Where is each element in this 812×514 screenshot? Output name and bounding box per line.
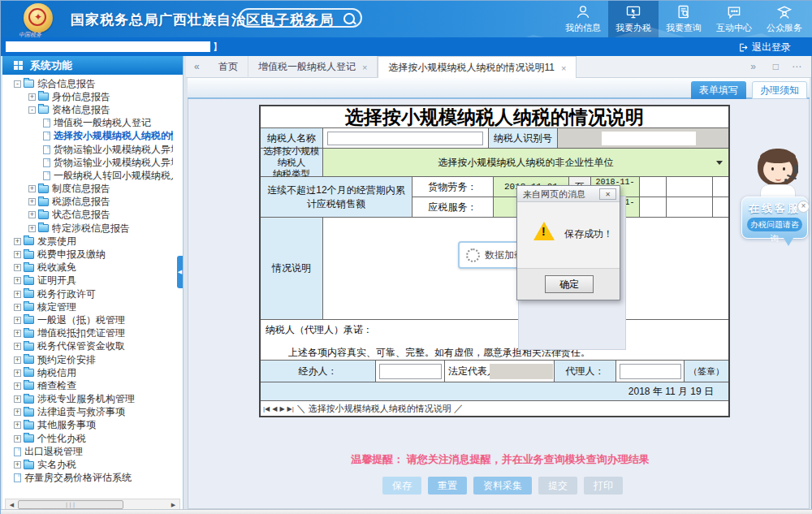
nav-item-graduate[interactable]: 公众服务: [759, 1, 810, 37]
tree-item[interactable]: +证明开具: [2, 274, 173, 287]
tree-item[interactable]: +状态信息报告: [2, 209, 173, 222]
tree-item-label[interactable]: 其他服务事项: [37, 418, 96, 432]
sheet-next-button[interactable]: ▶: [279, 405, 284, 412]
tree-item[interactable]: 选择按小规模纳税人纳税的情况说明: [2, 130, 173, 143]
dialog-ok-button[interactable]: 确定: [545, 275, 594, 293]
tree-item-label[interactable]: 税收减免: [37, 261, 76, 274]
sheet-first-button[interactable]: |◀: [263, 405, 270, 412]
logout-button[interactable]: 退出登录: [738, 41, 791, 54]
nav-item-user[interactable]: 我的信息: [558, 1, 608, 37]
document-tab[interactable]: 增值税一般纳税人登记×: [248, 56, 378, 78]
tree-item[interactable]: +身份信息报告: [2, 90, 173, 103]
tree-item[interactable]: 一般纳税人转回小规模纳税人: [2, 169, 173, 182]
tree-item[interactable]: 增值税一般纳税人登记: [2, 117, 173, 130]
expand-box-icon[interactable]: +: [14, 277, 21, 284]
tree-item[interactable]: -资格信息报告: [2, 103, 173, 116]
expand-box-icon[interactable]: +: [28, 211, 36, 218]
service-agent-avatar[interactable]: [749, 147, 808, 199]
expand-box-icon[interactable]: +: [14, 461, 21, 469]
tree-item[interactable]: 货物运输业小规模纳税人异地代开增值税: [2, 156, 173, 169]
tree-item-label[interactable]: 发票使用: [37, 235, 76, 248]
reset-button[interactable]: 重置: [428, 477, 467, 495]
expand-box-icon[interactable]: +: [14, 435, 21, 443]
header-search-box[interactable]: [239, 8, 362, 28]
tree-item[interactable]: +税务行政许可: [2, 287, 173, 300]
tax-type-select[interactable]: 选择按小规模纳税人纳税的非企业性单位: [323, 149, 728, 177]
dialog-close-button[interactable]: ✕: [599, 188, 616, 200]
expand-box-icon[interactable]: +: [28, 93, 36, 101]
taxpayer-name-input[interactable]: [327, 132, 483, 145]
tree-item-label[interactable]: 综合信息报告: [37, 77, 96, 91]
tree-item[interactable]: +法律追责与救济事项: [2, 406, 173, 419]
tab-close-icon[interactable]: ×: [561, 63, 566, 73]
tabs-scroll-right[interactable]: »: [750, 61, 756, 72]
print-button[interactable]: 打印: [584, 477, 623, 495]
tree-item[interactable]: +制度信息报告: [2, 183, 173, 196]
form-fill-tab-button[interactable]: 表单填写: [691, 81, 746, 99]
tree-item[interactable]: +税费申报及缴纳: [2, 248, 173, 261]
save-button[interactable]: 保存: [382, 477, 421, 495]
tree-item-label[interactable]: 存量房交易价格评估系统: [24, 471, 132, 485]
tree-item-label[interactable]: 货物运输业小规模纳税人异地代开增值税: [54, 156, 173, 170]
tree-item-label[interactable]: 涉税专业服务机构管理: [37, 392, 135, 406]
tree-item[interactable]: +税务代保管资金收取: [2, 340, 173, 353]
search-input[interactable]: [247, 11, 341, 27]
expand-box-icon[interactable]: +: [28, 185, 36, 192]
notice-tab-button[interactable]: 办理须知: [752, 81, 807, 99]
document-tab[interactable]: 首页: [209, 56, 248, 78]
expand-box-icon[interactable]: +: [14, 343, 21, 350]
tree-item-label[interactable]: 制度信息报告: [52, 182, 110, 196]
expand-box-icon[interactable]: +: [14, 382, 21, 390]
sheet-tab-label[interactable]: 选择按小规模纳税人纳税的情况说明: [309, 403, 451, 415]
collapse-box-icon[interactable]: -: [14, 80, 21, 88]
expand-box-icon[interactable]: +: [14, 251, 21, 258]
sheet-last-button[interactable]: ▶|: [287, 405, 294, 412]
tree-item[interactable]: 出口退税管理: [2, 445, 173, 458]
tree-item-label[interactable]: 增值税抵扣凭证管理: [37, 326, 125, 340]
tree-item-label[interactable]: 税务行政许可: [37, 287, 96, 301]
expand-box-icon[interactable]: +: [14, 291, 21, 298]
tree-item-label[interactable]: 实名办税: [37, 458, 76, 472]
nav-item-monitor[interactable]: 我要办税: [608, 1, 659, 37]
tree-item-label[interactable]: 货物运输业小规模纳税人异地代开增值税: [54, 143, 173, 157]
tree-item[interactable]: +个性化办税: [2, 432, 173, 445]
tree-item-label[interactable]: 增值税一般纳税人登记: [54, 116, 151, 130]
expand-box-icon[interactable]: +: [14, 356, 21, 364]
tree-item[interactable]: 存量房交易价格评估系统: [2, 472, 173, 485]
service-close-button[interactable]: ×: [797, 201, 810, 213]
tree-item[interactable]: +其他服务事项: [2, 419, 173, 432]
expand-box-icon[interactable]: +: [28, 225, 36, 232]
tabs-more-button[interactable]: ⋯: [792, 61, 801, 72]
document-tab[interactable]: 选择按小规模纳税人纳税的情况说明11×: [378, 56, 577, 80]
tree-item[interactable]: +实名办税: [2, 458, 173, 471]
tree-item-label[interactable]: 一般纳税人转回小规模纳税人: [54, 169, 173, 183]
expand-box-icon[interactable]: +: [14, 304, 21, 311]
nav-item-doc-search[interactable]: 我要查询: [659, 1, 709, 37]
tree-item[interactable]: +纳税信用: [2, 366, 173, 379]
search-icon[interactable]: [343, 13, 355, 24]
sidebar-collapse-handle[interactable]: ◀: [177, 256, 183, 288]
expand-box-icon[interactable]: +: [14, 408, 21, 416]
tree-item[interactable]: +增值税抵扣凭证管理: [2, 327, 173, 340]
tree-item-label[interactable]: 个性化办税: [37, 432, 86, 446]
tree-item[interactable]: +一般退（抵）税管理: [2, 313, 173, 326]
tree-item[interactable]: +核定管理: [2, 300, 173, 313]
scroll-right-arrow[interactable]: ▶: [168, 500, 179, 509]
tab-label[interactable]: 增值税一般纳税人登记: [258, 60, 356, 74]
tree-item[interactable]: -综合信息报告: [2, 77, 173, 90]
agent-input[interactable]: [620, 364, 681, 379]
expand-box-icon[interactable]: +: [14, 421, 21, 429]
tree-item[interactable]: +特定涉税信息报告: [2, 222, 173, 235]
tree-item-label[interactable]: 特定涉税信息报告: [52, 222, 130, 235]
tree-item-label[interactable]: 法律追责与救济事项: [37, 405, 125, 419]
tree-item-label[interactable]: 资格信息报告: [52, 103, 110, 117]
tabs-maximize-button[interactable]: □: [773, 61, 779, 72]
tab-close-icon[interactable]: ×: [362, 63, 367, 72]
tree-item-label[interactable]: 核定管理: [37, 300, 76, 314]
collapse-box-icon[interactable]: -: [28, 106, 36, 114]
tree-item-label[interactable]: 证明开具: [37, 274, 76, 287]
expand-box-icon[interactable]: +: [14, 395, 21, 403]
expand-box-icon[interactable]: +: [14, 317, 21, 324]
nav-item-chat[interactable]: 互动中心: [709, 1, 759, 37]
submit-button[interactable]: 提交: [538, 477, 577, 495]
